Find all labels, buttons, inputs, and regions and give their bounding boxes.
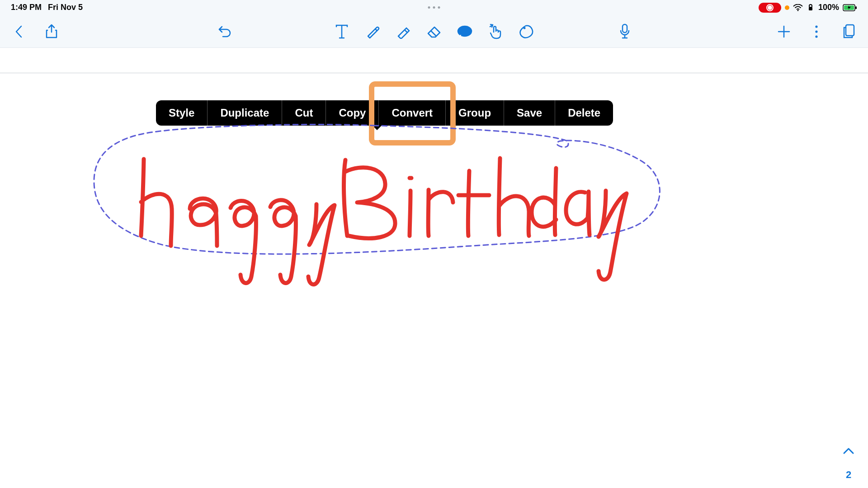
highlighter-tool-icon[interactable] xyxy=(394,23,412,41)
add-button[interactable] xyxy=(775,23,793,41)
mic-in-use-dot-icon xyxy=(785,5,789,10)
app-toolbar xyxy=(0,15,868,48)
rotation-lock-icon xyxy=(807,4,815,12)
svg-point-7 xyxy=(458,26,472,36)
svg-point-12 xyxy=(815,35,817,38)
pages-button[interactable] xyxy=(840,23,858,41)
svg-rect-6 xyxy=(855,6,857,9)
svg-point-2 xyxy=(797,9,798,11)
shape-tool-icon[interactable] xyxy=(517,23,535,41)
text-tool-icon[interactable] xyxy=(333,23,351,41)
more-button[interactable] xyxy=(807,23,826,41)
screen-record-indicator[interactable] xyxy=(759,3,781,13)
page-number: 2 xyxy=(846,469,851,481)
chevron-up-icon[interactable] xyxy=(843,447,854,455)
document-title-strip xyxy=(0,48,868,73)
status-date: Fri Nov 5 xyxy=(48,3,83,12)
microphone-button[interactable] xyxy=(616,23,634,41)
back-button[interactable] xyxy=(10,23,28,41)
gesture-tool-icon[interactable] xyxy=(486,23,505,41)
status-time: 1:49 PM xyxy=(11,3,42,12)
lasso-tool-icon[interactable] xyxy=(456,23,474,41)
note-canvas[interactable]: StyleDuplicateCutCopyConvertGroupSaveDel… xyxy=(0,73,868,488)
battery-icon xyxy=(843,4,857,11)
svg-point-0 xyxy=(768,5,772,10)
page-indicator[interactable]: 2 xyxy=(843,447,854,481)
status-bar: 1:49 PM Fri Nov 5 100% xyxy=(0,0,868,15)
svg-rect-9 xyxy=(623,24,627,33)
svg-rect-13 xyxy=(846,25,854,36)
handwriting-word-2 xyxy=(344,158,627,280)
pencil-tool-icon[interactable] xyxy=(363,23,382,41)
lasso-selection-path xyxy=(94,125,660,254)
svg-rect-3 xyxy=(809,7,812,10)
multitask-dots-icon[interactable] xyxy=(428,6,440,9)
undo-button[interactable] xyxy=(215,23,233,41)
svg-point-10 xyxy=(815,25,817,28)
wifi-icon xyxy=(793,4,803,11)
handwriting-word-1 xyxy=(141,159,335,285)
svg-point-11 xyxy=(815,30,817,33)
eraser-tool-icon[interactable] xyxy=(425,23,443,41)
canvas-ink-layer xyxy=(0,73,868,480)
svg-point-8 xyxy=(524,27,526,29)
share-button[interactable] xyxy=(42,23,61,41)
battery-percent: 100% xyxy=(818,3,839,12)
